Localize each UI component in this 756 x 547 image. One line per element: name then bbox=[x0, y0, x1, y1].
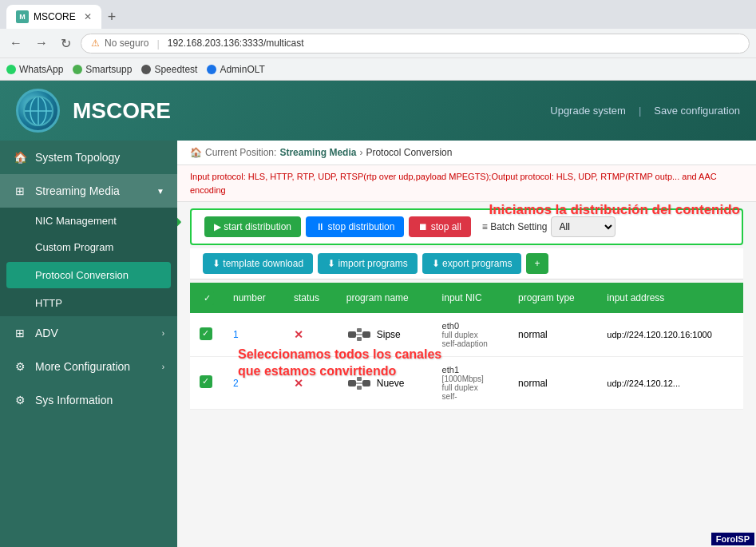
table-header-status: status bbox=[284, 283, 337, 313]
sidebar-item-system-topology[interactable]: 🏠 System Topology bbox=[0, 141, 177, 174]
add-program-button[interactable]: + bbox=[526, 253, 548, 274]
row2-number-link[interactable]: 2 bbox=[233, 378, 239, 389]
sidebar-item-http[interactable]: HTTP bbox=[0, 290, 177, 316]
header-divider: | bbox=[639, 105, 641, 117]
annotation-area-top: Iniciamos la distribución del contenido … bbox=[177, 208, 756, 245]
sidebar-item-more-configuration[interactable]: ⚙ More Configuration › bbox=[0, 350, 177, 383]
green-arrow-icon: ➜ bbox=[177, 212, 182, 232]
save-configuration-link[interactable]: Save configuration bbox=[654, 105, 740, 117]
row1-program-name-text: Sipse bbox=[377, 329, 401, 340]
row1-program-type: normal bbox=[509, 313, 597, 357]
chevron-right-icon: › bbox=[162, 329, 164, 338]
row2-status: ✕ bbox=[284, 357, 337, 410]
row1-number: 1 bbox=[224, 313, 284, 357]
bookmark-speedtest-label: Speedtest bbox=[154, 64, 197, 75]
stop-dist-label: ⏸ stop distribution bbox=[315, 221, 394, 232]
tab-close-button[interactable]: ✕ bbox=[84, 11, 92, 22]
breadcrumb-streaming-link[interactable]: Streaming Media bbox=[279, 147, 356, 158]
row1-input-nic: eth0 full duplex self-adaption bbox=[433, 313, 509, 357]
stop-all-label: ⏹ stop all bbox=[418, 221, 461, 232]
row2-nic-duplex: full duplex bbox=[442, 383, 499, 392]
protocol-conversion-label: Protocol Conversion bbox=[35, 269, 129, 281]
sidebar-streaming-media-label: Streaming Media bbox=[35, 184, 120, 197]
app-container: MSCORE Upgrade system | Save configurati… bbox=[0, 81, 756, 547]
whatsapp-icon bbox=[6, 65, 16, 74]
bookmark-whatsapp[interactable]: WhatsApp bbox=[6, 64, 63, 75]
sys-information-label: Sys Information bbox=[35, 394, 113, 406]
sidebar-item-custom-program[interactable]: Custom Program bbox=[0, 234, 177, 260]
row2-checkbox-cell[interactable] bbox=[190, 357, 224, 410]
row2-input-address: udp://224.120.12... bbox=[597, 357, 743, 410]
batch-setting-group: ≡ Batch Setting All Selected None bbox=[482, 216, 615, 237]
template-download-button[interactable]: ⬇ template download bbox=[203, 253, 313, 274]
forward-button[interactable]: → bbox=[32, 34, 51, 52]
svg-rect-14 bbox=[357, 386, 362, 390]
start-dist-label: ▶ start distribution bbox=[214, 221, 291, 232]
start-distribution-button[interactable]: ▶ start distribution bbox=[204, 216, 301, 237]
security-warning-text: No seguro bbox=[105, 38, 148, 49]
batch-setting-label: ≡ Batch Setting bbox=[482, 221, 548, 232]
bookmark-adminolt[interactable]: AdminOLT bbox=[207, 64, 264, 75]
info-icon: ⚙ bbox=[13, 393, 27, 407]
info-banner-text: Input protocol: HLS, HTTP, RTP, UDP, RTS… bbox=[190, 172, 717, 195]
import-programs-button[interactable]: ⬇ import programs bbox=[318, 253, 418, 274]
export-programs-label: ⬇ export programs bbox=[432, 258, 513, 269]
row1-checkbox[interactable] bbox=[200, 327, 212, 340]
reload-button[interactable]: ↻ bbox=[57, 34, 74, 53]
breadcrumb-position-text: Current Position: bbox=[205, 147, 276, 158]
sidebar-item-sys-information[interactable]: ⚙ Sys Information bbox=[0, 383, 177, 417]
svg-rect-8 bbox=[357, 328, 362, 332]
stop-all-button[interactable]: ⏹ stop all bbox=[409, 216, 470, 237]
row1-number-link[interactable]: 1 bbox=[233, 329, 239, 340]
new-tab-button[interactable]: + bbox=[108, 9, 117, 26]
bookmark-speedtest[interactable]: Speedtest bbox=[141, 64, 197, 75]
row2-input-nic: eth1 [1000Mbps] full duplex self- bbox=[433, 357, 509, 410]
row2-checkbox[interactable] bbox=[200, 375, 212, 388]
back-button[interactable]: ← bbox=[6, 34, 26, 52]
network-icon-2 bbox=[346, 374, 372, 393]
sidebar: 🏠 System Topology ⊞ Streaming Media ▼ NI… bbox=[0, 141, 177, 547]
watermark-text: ForoISP bbox=[716, 534, 750, 544]
forolsp-watermark: ForoISP bbox=[711, 533, 754, 545]
address-divider: | bbox=[156, 38, 159, 50]
table-header-number: number bbox=[224, 283, 284, 313]
home-icon: 🏠 bbox=[13, 150, 27, 164]
sidebar-item-streaming-media[interactable]: ⊞ Streaming Media ▼ bbox=[0, 174, 177, 208]
address-input-wrapper[interactable]: ⚠ No seguro | 192.168.203.136:3333/multi… bbox=[81, 34, 750, 54]
table-row: 2 ✕ bbox=[190, 357, 743, 410]
stop-distribution-button[interactable]: ⏸ stop distribution bbox=[306, 216, 404, 237]
batch-setting-select[interactable]: All Selected None bbox=[551, 216, 615, 237]
row1-status: ✕ bbox=[284, 313, 337, 357]
row1-nic-adaption: self-adaption bbox=[442, 339, 499, 348]
row2-nic-name: eth1 bbox=[442, 365, 499, 375]
upgrade-system-link[interactable]: Upgrade system bbox=[550, 105, 626, 117]
more-config-chevron-icon: › bbox=[162, 363, 164, 371]
row1-program-name: Sipse bbox=[337, 313, 433, 357]
row1-checkbox-cell[interactable] bbox=[190, 313, 224, 357]
table-wrapper: Seleccionamos todos los canales que esta… bbox=[190, 283, 743, 410]
smartsupp-icon bbox=[73, 65, 82, 74]
row1-nic-name: eth0 bbox=[442, 321, 499, 331]
gear-icon: ⚙ bbox=[13, 359, 27, 374]
bookmark-smartsupp-label: Smartsupp bbox=[85, 64, 132, 75]
header-globe-icon bbox=[16, 89, 60, 133]
breadcrumb-separator: › bbox=[359, 147, 362, 158]
table-header-input-address: input address bbox=[597, 283, 743, 313]
bookmark-smartsupp[interactable]: Smartsupp bbox=[73, 64, 132, 75]
nic-management-label: NIC Management bbox=[35, 215, 117, 227]
svg-rect-11 bbox=[362, 380, 370, 386]
sidebar-item-adv[interactable]: ⊞ ADV › bbox=[0, 316, 177, 350]
address-bar: ← → ↻ ⚠ No seguro | 192.168.203.136:3333… bbox=[0, 29, 756, 57]
browser-tab[interactable]: M MSCORE ✕ bbox=[6, 5, 101, 29]
sidebar-item-protocol-conversion[interactable]: Protocol Conversion bbox=[6, 262, 171, 288]
sidebar-item-nic-management[interactable]: NIC Management bbox=[0, 208, 177, 234]
tab-title: MSCORE bbox=[34, 11, 76, 22]
sidebar-system-topology-label: System Topology bbox=[35, 151, 120, 164]
select-all-checkbox[interactable]: ✓ bbox=[200, 291, 214, 305]
app-header: MSCORE Upgrade system | Save configurati… bbox=[0, 81, 756, 141]
speedtest-icon bbox=[141, 65, 151, 74]
programs-table: ✓ number status program name input NIC p… bbox=[190, 283, 743, 410]
row2-nic-self: self- bbox=[442, 392, 499, 401]
export-programs-button[interactable]: ⬇ export programs bbox=[422, 253, 522, 274]
row2-program-name: Nueve bbox=[337, 357, 433, 410]
